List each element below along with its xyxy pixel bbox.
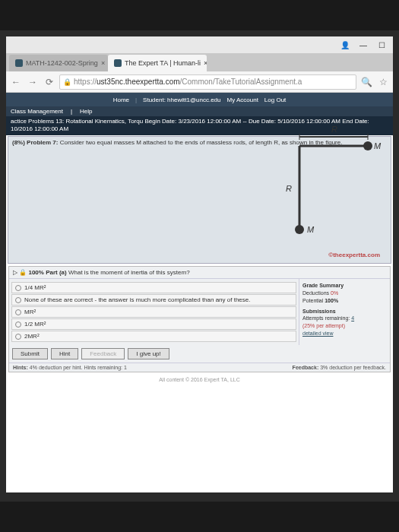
- choice-option[interactable]: 2MR²: [11, 331, 296, 342]
- choice-option[interactable]: 1/2 MR²: [11, 318, 296, 330]
- part-label: Part (a): [46, 269, 67, 276]
- minimize-icon[interactable]: —: [356, 40, 370, 50]
- hint-button[interactable]: Hint: [51, 348, 78, 359]
- assignment-title: actice Problems 13: Rotational Kinematic…: [11, 118, 143, 125]
- choice-option[interactable]: None of these are correct - the answer i…: [11, 294, 296, 306]
- maximize-icon[interactable]: ☐: [375, 40, 388, 50]
- summary-header: Grade Summary: [302, 282, 387, 290]
- nav-home[interactable]: Home: [113, 97, 129, 103]
- nav-student: Student: hhewitt1@uncc.edu: [143, 97, 220, 103]
- back-icon[interactable]: ←: [9, 75, 23, 89]
- label-R-top: R: [331, 125, 337, 134]
- favicon-icon: [15, 59, 23, 67]
- giveup-button[interactable]: I give up!: [128, 348, 169, 359]
- url-input[interactable]: 🔒 https://ust35nc.theexpertta.com/Common…: [59, 74, 356, 90]
- answer-choices: 1/4 MR² None of these are correct - the …: [9, 279, 299, 345]
- part-percent: 100%: [28, 269, 43, 276]
- close-tab-icon[interactable]: ×: [101, 59, 105, 67]
- lock-small-icon: 🔒: [19, 269, 27, 276]
- nav-logout[interactable]: Log Out: [264, 97, 286, 103]
- search-icon[interactable]: 🔍: [359, 75, 373, 89]
- submissions-header: Submissions: [302, 308, 387, 315]
- url-protocol: https://: [74, 78, 97, 86]
- question-header: ▷ 🔒 100% Part (a) What is the moment of …: [9, 267, 390, 279]
- choice-option[interactable]: 1/4 MR²: [11, 282, 296, 293]
- page-content: Home | Student: hhewitt1@uncc.edu My Acc…: [6, 93, 393, 492]
- browser-tabs: MATH-1242-002-Spring × The Expert TA | H…: [6, 53, 393, 71]
- submit-button[interactable]: Submit: [12, 348, 48, 359]
- forward-icon[interactable]: →: [26, 75, 40, 89]
- radio-icon: [15, 297, 21, 303]
- grade-summary: Grade Summary Deductions 0% Potential 10…: [299, 279, 390, 345]
- end-date: 10/2016 12:00:00 AM: [11, 125, 68, 132]
- tab-label: MATH-1242-002-Spring: [26, 59, 98, 67]
- nav-account[interactable]: My Account: [227, 97, 258, 103]
- begin-label: Begin Date:: [144, 118, 176, 125]
- problem-box: (8%) Problem 7: Consider two equal masse…: [8, 136, 391, 264]
- hints-info: Hints: 4% deduction per hint. Hints rema…: [9, 363, 390, 372]
- button-row: Submit Hint Feedback I give up!: [9, 345, 390, 363]
- label-R-left: R: [286, 184, 292, 193]
- radio-icon: [15, 334, 21, 340]
- address-bar-row: ← → ⟳ 🔒 https://ust35nc.theexpertta.com/…: [6, 71, 393, 93]
- reload-icon[interactable]: ⟳: [43, 75, 56, 89]
- blue-nav-bar: Class Management | Help: [6, 106, 393, 116]
- page-footer: All content © 2016 Expert TA, LLC: [6, 377, 393, 382]
- radio-icon: [15, 285, 21, 291]
- problem-number: (8%) Problem 7:: [12, 139, 58, 146]
- window-controls: 👤 — ☐: [6, 36, 393, 53]
- site-top-nav: Home | Student: hhewitt1@uncc.edu My Acc…: [6, 93, 393, 106]
- choice-option[interactable]: MR²: [11, 306, 296, 318]
- tab-math-course[interactable]: MATH-1242-002-Spring ×: [9, 55, 108, 71]
- svg-point-6: [295, 225, 304, 234]
- monitor-frame: 👤 — ☐ MATH-1242-002-Spring × The Expert …: [0, 30, 399, 502]
- question-text: What is the moment of inertia of this sy…: [68, 269, 190, 276]
- radio-icon: [15, 309, 21, 315]
- question-panel: ▷ 🔒 100% Part (a) What is the moment of …: [8, 266, 391, 372]
- favicon-icon: [114, 59, 122, 67]
- label-M-bottom: M: [307, 225, 315, 234]
- problem-diagram: R M M R ©theexpertta.com: [246, 123, 383, 252]
- svg-point-5: [363, 141, 372, 150]
- bookmark-icon[interactable]: ☆: [376, 75, 390, 89]
- label-M-top: M: [374, 141, 382, 150]
- radio-icon: [15, 321, 21, 328]
- nav-help[interactable]: Help: [80, 108, 92, 115]
- expand-icon[interactable]: ▷: [13, 269, 17, 276]
- nav-class-management[interactable]: Class Management: [11, 108, 63, 115]
- url-host: ust35nc.theexpertta.com: [97, 78, 180, 86]
- tab-label: The Expert TA | Human-li: [125, 59, 201, 67]
- nav-sep: |: [135, 97, 137, 103]
- url-path: /Common/TakeTutorialAssignment.a: [180, 78, 302, 86]
- close-tab-icon[interactable]: ×: [204, 59, 207, 67]
- feedback-button: Feedback: [81, 348, 125, 359]
- detailed-view-link[interactable]: detailed view: [302, 330, 387, 337]
- brand-label: ©theexpertta.com: [328, 252, 380, 259]
- tab-expert-ta[interactable]: The Expert TA | Human-li ×: [108, 55, 207, 71]
- lock-icon: 🔒: [63, 78, 71, 86]
- user-icon: 👤: [338, 40, 352, 50]
- begin-date: 3/23/2016 12:00:00 AM: [178, 118, 241, 125]
